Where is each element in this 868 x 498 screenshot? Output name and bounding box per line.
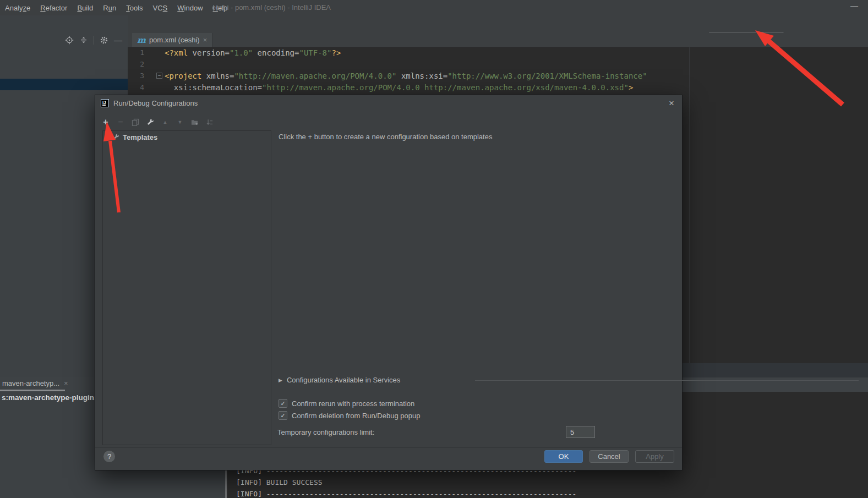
remove-configuration-button[interactable]: − [117,118,124,127]
configurations-tree-panel: ▶ Templates [102,130,271,445]
minimize-button[interactable]: — [850,1,858,10]
console-line: [INFO] ---------------------------------… [236,490,576,498]
line-number: 2 [128,60,144,68]
tab-label: pom.xml (ceshi) [149,36,200,44]
gear-icon[interactable] [100,36,108,45]
menu-window[interactable]: Window [172,4,208,12]
temporary-configurations-limit-input[interactable] [566,426,595,438]
collapse-all-icon[interactable] [79,36,88,45]
editor-tab-bar: m pom.xml (ceshi) × [128,33,868,47]
menu-refactor[interactable]: Refactor [35,4,72,12]
run-tab-maven-archetype[interactable]: maven-archetyp... × [0,379,68,387]
temporary-configurations-label: Temporary configurations limit: [277,428,374,436]
apply-button[interactable]: Apply [635,450,674,463]
menu-vcs[interactable]: VCS [148,4,173,12]
locate-icon[interactable] [65,36,74,45]
project-tree-selected-row[interactable] [0,79,128,90]
run-process-label: s:maven-archetype-plugin:R [2,393,102,402]
line-number: 3 [128,72,144,80]
help-button[interactable]: ? [103,451,115,462]
confirm-deletion-checkbox[interactable]: ✓ Confirm deletion from Run/Debug popup [279,411,420,420]
fold-toggle-icon[interactable]: − [156,73,162,79]
hide-panel-icon[interactable]: — [114,37,122,43]
expand-arrow-icon[interactable]: ▶ [279,377,282,383]
menu-bar: Analyze Refactor Build Run Tools VCS Win… [0,0,868,15]
tree-item-templates[interactable]: ▶ Templates [105,133,157,141]
dialog-right-pane: Click the + button to create a new confi… [277,95,676,471]
copy-configuration-button[interactable] [132,118,139,127]
line-number: 4 [128,83,144,91]
intellij-logo-icon: IJ [101,99,109,107]
main-toolbar: Add Configuration... ▶ ▼ [0,15,868,33]
tab-pom-xml[interactable]: m pom.xml (ceshi) × [132,33,212,47]
configurations-available-in-services-section[interactable]: ▶ Configurations Available in Services [279,376,400,384]
edit-templates-wrench-icon[interactable] [146,118,154,127]
tab-close-icon[interactable]: × [203,36,208,44]
window-title: ceshi - pom.xml (ceshi) - IntelliJ IDEA [212,3,331,12]
new-folder-button[interactable] [191,118,199,127]
editor-scrollbar-track[interactable] [689,47,690,363]
checkbox-label: Confirm rerun with process termination [292,400,414,408]
intellij-idea-window: Analyze Refactor Build Run Tools VCS Win… [0,0,868,498]
confirm-rerun-checkbox[interactable]: ✓ Confirm rerun with process termination [279,399,414,408]
menu-tools[interactable]: Tools [121,4,148,12]
menu-run[interactable]: Run [98,4,121,12]
active-tab-indicator [0,390,65,391]
dialog-footer-divider [95,447,682,448]
cancel-button[interactable]: Cancel [589,450,629,463]
run-debug-configurations-dialog: IJ Run/Debug Configurations × + − ▲ ▼ [95,95,683,470]
maven-file-icon: m [137,35,146,45]
dialog-title: Run/Debug Configurations [113,99,198,107]
project-panel-header: — [0,33,128,47]
ok-button[interactable]: OK [544,450,583,463]
move-up-button[interactable]: ▲ [161,118,169,127]
checkbox-icon[interactable]: ✓ [279,411,287,420]
menu-build[interactable]: Build [72,4,98,12]
templates-wrench-icon [112,134,119,141]
temporary-configurations-row: Temporary configurations limit: [277,428,374,436]
code-line-1: <?xml version="1.0" encoding="UTF-8"?> [165,48,341,57]
code-line-3: <project xmlns="http://maven.apache.org/… [165,72,647,80]
services-section-label: Configurations Available in Services [287,376,400,384]
sort-configurations-button[interactable] [206,118,214,127]
console-line: [INFO] BUILD SUCCESS [236,478,323,486]
toolbar-separator [94,36,94,45]
empty-state-hint: Click the + button to create a new confi… [279,133,492,141]
section-divider [475,380,859,381]
run-tab-close-icon[interactable]: × [64,379,68,387]
code-line-4: xsi:schemaLocation="http://maven.apache.… [165,83,633,92]
checkbox-label: Confirm deletion from Run/Debug popup [292,412,420,420]
templates-label: Templates [123,133,157,141]
move-down-button[interactable]: ▼ [176,118,184,127]
checkbox-icon[interactable]: ✓ [279,399,287,408]
expand-arrow-icon[interactable]: ▶ [105,135,109,140]
configurations-toolbar: + − ▲ ▼ [102,116,214,128]
add-configuration-plus-button[interactable]: + [102,118,110,127]
menu-analyze[interactable]: Analyze [0,4,35,12]
line-number: 1 [128,48,144,57]
